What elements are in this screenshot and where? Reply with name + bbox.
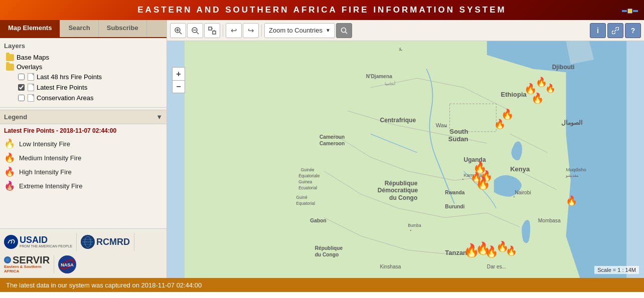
main-layout: Map Elements Search Subscribe Layers Bas… bbox=[0, 20, 644, 278]
redo-button[interactable]: ↪ bbox=[243, 23, 259, 38]
usaid-logo: USAID FROM THE AMERICAN PEOPLE bbox=[4, 235, 72, 249]
status-bar: The latest data in our system was captur… bbox=[0, 278, 644, 292]
svg-text:Kinshasa: Kinshasa bbox=[380, 264, 401, 269]
svg-rect-21 bbox=[213, 31, 216, 34]
folder-icon-basemaps bbox=[6, 54, 14, 61]
svg-text:🔥: 🔥 bbox=[475, 176, 491, 190]
help-button[interactable]: ? bbox=[625, 23, 641, 38]
medium-fire-label: Medium Intensity Fire bbox=[19, 154, 81, 162]
svg-text:du Congo: du Congo bbox=[315, 252, 339, 257]
svg-text:Guiné: Guiné bbox=[296, 195, 308, 200]
svg-text:N'Djamena: N'Djamena bbox=[366, 74, 393, 79]
layer-conservation[interactable]: Conservation Areas bbox=[4, 93, 163, 103]
svg-text:Mombasa: Mombasa bbox=[538, 218, 561, 223]
toolbar-sep-1 bbox=[223, 25, 223, 37]
tab-search[interactable]: Search bbox=[60, 20, 98, 37]
rcmrd-text: RCMRD bbox=[96, 237, 130, 247]
map-area[interactable]: ↩ ↪ Zoom to Countries ▼ i bbox=[167, 20, 644, 278]
layer-latest-fire[interactable]: Latest Fire Points bbox=[4, 82, 163, 93]
app-title: EASTERN AND SOUTHERN AFRICA FIRE INFORMA… bbox=[137, 5, 506, 15]
svg-text:Kenya: Kenya bbox=[510, 165, 530, 173]
svg-text:Équatoriale: Équatoriale bbox=[298, 173, 320, 178]
map-zoom-out-button[interactable]: − bbox=[172, 80, 185, 93]
svg-text:Burundi: Burundi bbox=[445, 204, 464, 209]
svg-text:NASA: NASA bbox=[61, 262, 74, 267]
legend-header[interactable]: Legend ▼ bbox=[0, 110, 167, 124]
svg-text:🔥: 🔥 bbox=[506, 245, 518, 256]
legend-content: Latest Fire Points - 2018-11-07 02:44:00… bbox=[0, 124, 167, 199]
status-message: The latest data in our system was captur… bbox=[6, 281, 202, 289]
nasa-logo: NASA bbox=[58, 255, 76, 273]
servir-globe-icon bbox=[4, 256, 11, 263]
zoom-in-button[interactable] bbox=[170, 23, 186, 38]
redo-icon: ↪ bbox=[248, 26, 254, 35]
svg-text:République: République bbox=[385, 180, 418, 187]
svg-rect-1 bbox=[622, 10, 627, 12]
svg-text:Gabon: Gabon bbox=[310, 218, 326, 223]
svg-point-24 bbox=[341, 28, 346, 32]
svg-text:Centrafrique: Centrafrique bbox=[380, 117, 416, 124]
svg-text:Guinée: Guinée bbox=[301, 167, 314, 172]
tab-map-elements[interactable]: Map Elements bbox=[0, 20, 60, 37]
layer-last48hrs-label: Last 48 hrs Fire Points bbox=[37, 73, 102, 81]
map-toolbar: ↩ ↪ Zoom to Countries ▼ i bbox=[167, 20, 644, 41]
layer-group-basemaps-label: Base Maps bbox=[17, 54, 49, 61]
app-header: EASTERN AND SOUTHERN AFRICA FIRE INFORMA… bbox=[0, 0, 644, 20]
svg-line-14 bbox=[180, 32, 182, 34]
layer-last48hrs-checkbox[interactable] bbox=[18, 74, 25, 80]
layer-last48hrs[interactable]: Last 48 hrs Fire Points bbox=[4, 72, 163, 82]
link-button[interactable] bbox=[607, 23, 623, 38]
svg-text:Bumba: Bumba bbox=[408, 223, 421, 228]
layer-latest-fire-checkbox[interactable] bbox=[18, 84, 25, 91]
info-button[interactable]: i bbox=[590, 23, 606, 38]
extreme-fire-icon: 🔥 bbox=[4, 180, 15, 191]
legend-section: Legend ▼ Latest Fire Points - 2018-11-07… bbox=[0, 110, 167, 199]
rcmrd-globe-icon bbox=[81, 235, 95, 249]
svg-text:الصومال: الصومال bbox=[561, 119, 582, 126]
legend-item-extreme: 🔥 Extreme Intensity Fire bbox=[4, 180, 163, 191]
legend-item-low: 🔥 Low Intensity Fire bbox=[4, 138, 163, 149]
legend-collapse-icon: ▼ bbox=[156, 113, 163, 121]
undo-button[interactable]: ↩ bbox=[226, 23, 242, 38]
zoom-countries-dropdown[interactable]: Zoom to Countries ▼ bbox=[264, 23, 335, 38]
svg-text:🔥: 🔥 bbox=[545, 83, 556, 94]
zoom-out-button[interactable] bbox=[187, 23, 203, 38]
map-canvas[interactable]: Gulf of Aden bbox=[167, 41, 644, 278]
layers-section: Layers Base Maps Overlays Last 48 hrs Fi… bbox=[0, 38, 167, 105]
svg-text:🔥: 🔥 bbox=[494, 118, 506, 130]
layer-conservation-checkbox[interactable] bbox=[18, 95, 25, 101]
high-fire-icon: 🔥 bbox=[4, 166, 15, 177]
folder-icon-overlays bbox=[6, 64, 14, 71]
layer-group-overlays[interactable]: Overlays bbox=[4, 62, 163, 72]
undo-icon: ↩ bbox=[231, 26, 237, 35]
scale-bar: Scale = 1 : 14M bbox=[594, 266, 639, 274]
map-zoom-in-button[interactable]: + bbox=[172, 67, 185, 80]
svg-text:أنجامينا: أنجامينا bbox=[385, 81, 395, 86]
zoom-countries-label: Zoom to Countries bbox=[269, 27, 323, 34]
help-icon: ? bbox=[631, 27, 635, 35]
tab-bar: Map Elements Search Subscribe bbox=[0, 20, 167, 38]
svg-text:Ethiopia: Ethiopia bbox=[501, 91, 527, 98]
low-fire-label: Low Intensity Fire bbox=[19, 140, 70, 148]
zoom-controls: + − bbox=[172, 67, 185, 93]
extreme-fire-label: Extreme Intensity Fire bbox=[19, 182, 82, 190]
svg-text:du Congo: du Congo bbox=[389, 194, 417, 201]
layer-group-basemaps[interactable]: Base Maps bbox=[4, 53, 163, 62]
divider-1 bbox=[0, 107, 167, 108]
svg-text:Démocratique: Démocratique bbox=[378, 187, 418, 194]
layer-file-icon-3 bbox=[28, 94, 34, 102]
svg-line-25 bbox=[345, 32, 347, 34]
layer-conservation-label: Conservation Areas bbox=[37, 94, 93, 102]
svg-text:بلا: بلا bbox=[399, 47, 402, 52]
svg-text:Rwanda: Rwanda bbox=[445, 190, 464, 195]
fullextent-button[interactable] bbox=[204, 23, 220, 38]
usaid-circle bbox=[4, 235, 18, 249]
svg-text:Sudan: Sudan bbox=[448, 135, 468, 143]
layer-group-overlays-label: Overlays bbox=[17, 63, 42, 71]
svg-text:Guinea: Guinea bbox=[298, 179, 312, 184]
tab-subscribe[interactable]: Subscribe bbox=[99, 20, 147, 37]
esa-subtext: Eastern & SouthernAFRICA bbox=[4, 265, 42, 274]
satellite-icon bbox=[621, 2, 639, 20]
map-search-button[interactable] bbox=[336, 23, 352, 38]
left-panel: Map Elements Search Subscribe Layers Bas… bbox=[0, 20, 167, 278]
